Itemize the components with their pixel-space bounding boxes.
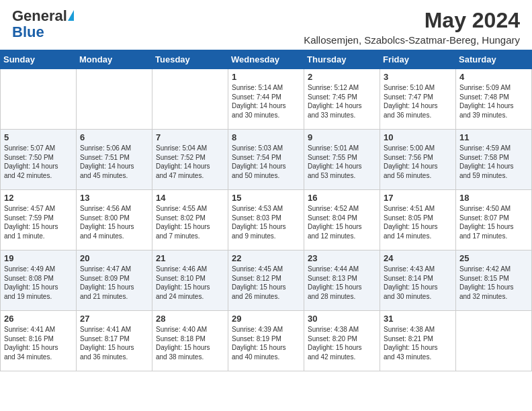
day-number: 9 <box>308 132 376 142</box>
calendar-cell: 26Sunrise: 4:41 AM Sunset: 8:16 PM Dayli… <box>1 311 77 371</box>
day-number: 25 <box>459 253 528 263</box>
cell-info: Sunrise: 4:42 AM Sunset: 8:15 PM Dayligh… <box>459 265 528 301</box>
cell-info: Sunrise: 4:50 AM Sunset: 8:07 PM Dayligh… <box>459 204 528 240</box>
cell-info: Sunrise: 4:38 AM Sunset: 8:20 PM Dayligh… <box>308 325 376 361</box>
week-row-1: 1Sunrise: 5:14 AM Sunset: 7:44 PM Daylig… <box>1 69 532 130</box>
day-number: 13 <box>80 193 148 203</box>
day-of-week-thursday: Thursday <box>304 50 380 69</box>
cell-info: Sunrise: 4:51 AM Sunset: 8:05 PM Dayligh… <box>384 204 452 240</box>
day-number: 11 <box>459 132 528 142</box>
calendar-cell: 10Sunrise: 5:00 AM Sunset: 7:56 PM Dayli… <box>380 130 456 190</box>
calendar-cell: 2Sunrise: 5:12 AM Sunset: 7:45 PM Daylig… <box>304 69 380 130</box>
calendar-cell <box>1 69 77 130</box>
day-number: 14 <box>156 193 224 203</box>
cell-info: Sunrise: 4:52 AM Sunset: 8:04 PM Dayligh… <box>308 204 376 240</box>
cell-info: Sunrise: 4:47 AM Sunset: 8:09 PM Dayligh… <box>80 265 148 301</box>
cell-info: Sunrise: 4:44 AM Sunset: 8:13 PM Dayligh… <box>308 265 376 301</box>
calendar-cell: 28Sunrise: 4:40 AM Sunset: 8:18 PM Dayli… <box>152 311 228 371</box>
week-row-4: 19Sunrise: 4:49 AM Sunset: 8:08 PM Dayli… <box>1 250 532 311</box>
day-number: 10 <box>384 132 452 142</box>
calendar-cell: 22Sunrise: 4:45 AM Sunset: 8:12 PM Dayli… <box>228 250 304 311</box>
day-number: 28 <box>156 314 224 324</box>
cell-info: Sunrise: 4:57 AM Sunset: 7:59 PM Dayligh… <box>4 204 73 240</box>
day-of-week-wednesday: Wednesday <box>228 50 304 69</box>
calendar-cell: 16Sunrise: 4:52 AM Sunset: 8:04 PM Dayli… <box>304 190 380 250</box>
cell-info: Sunrise: 5:09 AM Sunset: 7:48 PM Dayligh… <box>459 83 528 120</box>
week-row-5: 26Sunrise: 4:41 AM Sunset: 8:16 PM Dayli… <box>1 311 532 371</box>
calendar-cell: 4Sunrise: 5:09 AM Sunset: 7:48 PM Daylig… <box>456 69 532 130</box>
day-of-week-sunday: Sunday <box>1 50 77 69</box>
cell-info: Sunrise: 5:01 AM Sunset: 7:55 PM Dayligh… <box>308 144 376 180</box>
cell-info: Sunrise: 4:56 AM Sunset: 8:00 PM Dayligh… <box>80 204 148 240</box>
cell-info: Sunrise: 4:41 AM Sunset: 8:17 PM Dayligh… <box>80 325 148 361</box>
day-number: 20 <box>80 253 148 263</box>
calendar-cell: 17Sunrise: 4:51 AM Sunset: 8:05 PM Dayli… <box>380 190 456 250</box>
cell-info: Sunrise: 4:38 AM Sunset: 8:21 PM Dayligh… <box>384 325 452 361</box>
logo-triangle-icon <box>68 10 74 21</box>
calendar-cell: 12Sunrise: 4:57 AM Sunset: 7:59 PM Dayli… <box>1 190 77 250</box>
cell-info: Sunrise: 5:00 AM Sunset: 7:56 PM Dayligh… <box>384 144 452 180</box>
calendar-cell: 19Sunrise: 4:49 AM Sunset: 8:08 PM Dayli… <box>1 250 77 311</box>
calendar-table: SundayMondayTuesdayWednesdayThursdayFrid… <box>0 50 532 371</box>
cell-info: Sunrise: 5:03 AM Sunset: 7:54 PM Dayligh… <box>232 144 300 180</box>
calendar-cell: 6Sunrise: 5:06 AM Sunset: 7:51 PM Daylig… <box>77 130 152 190</box>
month-title: May 2024 <box>304 8 520 33</box>
cell-info: Sunrise: 4:41 AM Sunset: 8:16 PM Dayligh… <box>4 325 73 361</box>
cell-info: Sunrise: 5:12 AM Sunset: 7:45 PM Dayligh… <box>308 83 376 120</box>
cell-info: Sunrise: 4:46 AM Sunset: 8:10 PM Dayligh… <box>156 265 224 301</box>
day-number: 26 <box>4 314 73 324</box>
day-number: 8 <box>232 132 300 142</box>
calendar-cell: 25Sunrise: 4:42 AM Sunset: 8:15 PM Dayli… <box>456 250 532 311</box>
calendar-cell: 23Sunrise: 4:44 AM Sunset: 8:13 PM Dayli… <box>304 250 380 311</box>
day-number: 2 <box>308 72 376 82</box>
calendar-cell: 24Sunrise: 4:43 AM Sunset: 8:14 PM Dayli… <box>380 250 456 311</box>
calendar-cell: 29Sunrise: 4:39 AM Sunset: 8:19 PM Dayli… <box>228 311 304 371</box>
day-number: 5 <box>4 132 73 142</box>
calendar-cell: 30Sunrise: 4:38 AM Sunset: 8:20 PM Dayli… <box>304 311 380 371</box>
week-row-3: 12Sunrise: 4:57 AM Sunset: 7:59 PM Dayli… <box>1 190 532 250</box>
day-number: 15 <box>232 193 300 203</box>
week-row-2: 5Sunrise: 5:07 AM Sunset: 7:50 PM Daylig… <box>1 130 532 190</box>
cell-info: Sunrise: 5:06 AM Sunset: 7:51 PM Dayligh… <box>80 144 148 180</box>
cell-info: Sunrise: 4:43 AM Sunset: 8:14 PM Dayligh… <box>384 265 452 301</box>
calendar-cell: 15Sunrise: 4:53 AM Sunset: 8:03 PM Dayli… <box>228 190 304 250</box>
days-of-week-row: SundayMondayTuesdayWednesdayThursdayFrid… <box>1 50 532 69</box>
day-number: 21 <box>156 253 224 263</box>
calendar-cell: 7Sunrise: 5:04 AM Sunset: 7:52 PM Daylig… <box>152 130 228 190</box>
cell-info: Sunrise: 5:14 AM Sunset: 7:44 PM Dayligh… <box>232 83 300 120</box>
day-number: 19 <box>4 253 73 263</box>
calendar-cell: 13Sunrise: 4:56 AM Sunset: 8:00 PM Dayli… <box>77 190 152 250</box>
day-number: 16 <box>308 193 376 203</box>
calendar-cell: 21Sunrise: 4:46 AM Sunset: 8:10 PM Dayli… <box>152 250 228 311</box>
cell-info: Sunrise: 5:04 AM Sunset: 7:52 PM Dayligh… <box>156 144 224 180</box>
logo: General Blue <box>12 8 74 40</box>
day-of-week-monday: Monday <box>77 50 152 69</box>
logo-general: General <box>12 8 67 24</box>
calendar-cell: 5Sunrise: 5:07 AM Sunset: 7:50 PM Daylig… <box>1 130 77 190</box>
calendar-cell: 31Sunrise: 4:38 AM Sunset: 8:21 PM Dayli… <box>380 311 456 371</box>
calendar-cell <box>152 69 228 130</box>
day-number: 1 <box>232 72 300 82</box>
calendar-cell <box>77 69 152 130</box>
day-number: 3 <box>384 72 452 82</box>
cell-info: Sunrise: 5:10 AM Sunset: 7:47 PM Dayligh… <box>384 83 452 120</box>
title-block: May 2024 Kallosemjen, Szabolcs-Szatmar-B… <box>304 8 520 46</box>
cell-info: Sunrise: 4:59 AM Sunset: 7:58 PM Dayligh… <box>459 144 528 180</box>
cell-info: Sunrise: 4:40 AM Sunset: 8:18 PM Dayligh… <box>156 325 224 361</box>
cell-info: Sunrise: 4:39 AM Sunset: 8:19 PM Dayligh… <box>232 325 300 361</box>
day-number: 29 <box>232 314 300 324</box>
day-number: 4 <box>459 72 528 82</box>
calendar-cell: 20Sunrise: 4:47 AM Sunset: 8:09 PM Dayli… <box>77 250 152 311</box>
calendar-cell: 14Sunrise: 4:55 AM Sunset: 8:02 PM Dayli… <box>152 190 228 250</box>
calendar-cell <box>456 311 532 371</box>
page-header: General Blue May 2024 Kallosemjen, Szabo… <box>0 0 532 50</box>
cell-info: Sunrise: 5:07 AM Sunset: 7:50 PM Dayligh… <box>4 144 73 180</box>
day-number: 27 <box>80 314 148 324</box>
calendar-cell: 9Sunrise: 5:01 AM Sunset: 7:55 PM Daylig… <box>304 130 380 190</box>
logo-blue: Blue <box>12 24 44 40</box>
day-number: 22 <box>232 253 300 263</box>
day-number: 17 <box>384 193 452 203</box>
calendar-cell: 27Sunrise: 4:41 AM Sunset: 8:17 PM Dayli… <box>77 311 152 371</box>
day-of-week-saturday: Saturday <box>456 50 532 69</box>
day-number: 23 <box>308 253 376 263</box>
